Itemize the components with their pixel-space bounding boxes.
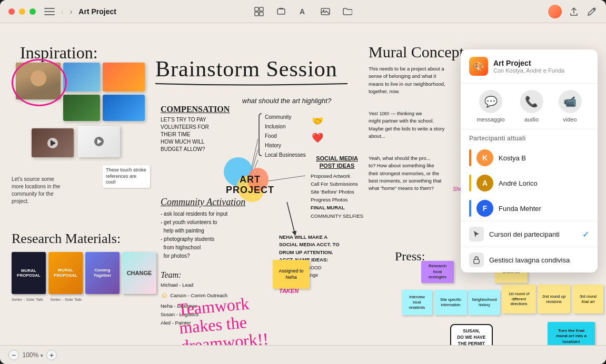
video-label: video (563, 116, 577, 123)
book-2: MURALPROPOSAL (48, 252, 83, 294)
participant-funda[interactable]: F Funda Mehter (461, 196, 598, 221)
message-icon: 💬 (479, 90, 502, 113)
sticky-site: Site specificinformation (434, 290, 467, 315)
panel-app-icon: 🎨 (469, 57, 488, 76)
svg-rect-2 (255, 12, 259, 16)
audio-action[interactable]: 📞 audio (520, 90, 543, 123)
sticky-research: Research localecologies (421, 261, 454, 283)
zoom-controls: − 100% ▾ + (8, 350, 57, 360)
titlebar: ‹ › Art Project (0, 0, 606, 23)
svg-rect-3 (260, 12, 263, 16)
inspiration-title: Inspiration: (20, 43, 98, 63)
cursors-checkmark: ✓ (582, 229, 589, 239)
panel-title: Art Project (493, 59, 564, 67)
sticky-neighborhood: Neighborhoodhistory (469, 290, 500, 315)
svg-rect-15 (474, 259, 479, 264)
funda-color-bar (469, 200, 471, 217)
svg-rect-5 (279, 8, 283, 9)
press-label: Press: (395, 249, 425, 264)
audio-icon: 📞 (520, 90, 543, 113)
social-media-section: SOCIAL MEDIAPOST IDEAS Proposed Artwork … (311, 155, 363, 220)
participant-kostya[interactable]: K Kostya B (461, 145, 598, 170)
action-buttons: 💬 messaggio 📞 audio 📹 video (461, 84, 598, 129)
kostya-color-bar (469, 149, 471, 166)
compensation-section: COMPENSATION LET'S TRY TO PAYVOLUNTEERS … (161, 105, 230, 153)
social-media-title: SOCIAL MEDIAPOST IDEAS (311, 155, 363, 170)
layers-icon[interactable] (275, 6, 287, 17)
susan-note: SUSAN,DO WE HAVETHE PERMITPAPERWORK? (450, 324, 493, 345)
message-action[interactable]: 💬 messaggio (476, 90, 504, 123)
canvas-area[interactable]: Inspiration: Thes (0, 23, 606, 345)
art-project-center: ARTPROJECT (218, 155, 282, 215)
panel-header: 🎨 Art Project Con Kostya, André e Funda (461, 49, 598, 84)
book-3: ComingTogether (85, 252, 120, 294)
edit-icon[interactable] (586, 6, 598, 17)
video-thumbnail (32, 128, 74, 157)
window-controls (8, 8, 36, 15)
participants-section-label: Partecipanti attuali (461, 129, 598, 145)
svg-rect-4 (277, 9, 285, 14)
mural-concepts-text2: Yes! 100! — thinking wemight partner wit… (369, 110, 444, 140)
folder-icon[interactable] (342, 6, 353, 17)
assigned-sticky: Assigned to Neha (273, 260, 310, 289)
photo-3 (103, 63, 145, 92)
video-thumbnail-2 (78, 126, 120, 157)
maximize-button[interactable] (29, 8, 36, 15)
research-materials-title: Research Materials: (12, 231, 121, 247)
book-change: CHANGE (122, 252, 156, 294)
teamwork-text: Teamworkmakes thedreamwork!! (177, 293, 270, 345)
funda-name: Funda Mehter (499, 205, 541, 213)
manage-option[interactable]: Gestisci lavagna condivisa (461, 247, 598, 272)
video-action[interactable]: 📹 video (559, 90, 582, 123)
statusbar: − 100% ▾ + (0, 345, 606, 364)
grid-icon[interactable] (253, 6, 265, 17)
user-avatar[interactable] (548, 5, 562, 18)
participant-andre[interactable]: A André Lorico (461, 170, 598, 196)
share-icon[interactable] (568, 6, 580, 17)
video-icon: 📹 (559, 90, 582, 113)
book-1: MURAL PROPOSAL (12, 252, 46, 294)
community-text: Let's source some more locations in the … (12, 176, 64, 205)
photo-note: These touch stroke references are cool! (103, 165, 150, 188)
text-icon[interactable]: A (297, 6, 309, 17)
cursors-label: Cursori dei partecipanti (489, 230, 560, 238)
zoom-plus-button[interactable]: + (46, 350, 57, 360)
cursors-option[interactable]: Cursori dei partecipanti ✓ (461, 221, 598, 247)
zoom-minus-button[interactable]: − (8, 350, 19, 360)
panel-subtitle: Con Kostya, André e Funda (493, 67, 564, 74)
svg-rect-1 (260, 7, 263, 11)
back-arrow[interactable]: ‹ (59, 6, 66, 17)
close-button[interactable] (8, 8, 15, 15)
sidebar-toggle[interactable] (44, 8, 55, 15)
photo-5 (103, 95, 145, 121)
highlight-question: what should the art highlight? (242, 97, 331, 105)
brainstorm-title: Brainstorm Session (155, 54, 337, 85)
audio-label: audio (524, 116, 539, 123)
book-labels: Seller - Side Talk Seller - Side Talk (12, 297, 82, 302)
sticky-interview: Interviewlocal residents (402, 290, 432, 315)
social-media-list: Proposed Artwork Call For Submissions Si… (311, 172, 363, 220)
zoom-level[interactable]: 100% ▾ (22, 351, 43, 359)
nav-arrows: ‹ › (59, 6, 74, 17)
participants-panel: 🎨 Art Project Con Kostya, André e Funda … (461, 49, 598, 272)
kostya-avatar: K (476, 149, 493, 166)
community-list: - ask local residents for input- get you… (161, 210, 245, 260)
svg-rect-0 (255, 7, 259, 11)
forward-arrow[interactable]: › (68, 6, 75, 17)
minimize-button[interactable] (19, 8, 25, 15)
team-label: Team: (161, 270, 227, 280)
manage-label: Gestisci lavagna condivisa (489, 256, 570, 264)
cursor-icon (469, 227, 484, 241)
press-section: Press: (395, 249, 425, 264)
compensation-text: LET'S TRY TO PAYVOLUNTEERS FORTHEIR TIME… (161, 116, 230, 153)
sticky-3rdround: 3rd roundfinal art (573, 285, 603, 314)
sticky-1stround: 1st round ofdifferentdirections (502, 285, 536, 314)
andre-name: André Lorico (499, 179, 538, 187)
window-title: Art Project (78, 7, 116, 16)
toolbar-right (548, 5, 598, 18)
photo-2 (63, 63, 100, 92)
image-icon[interactable] (320, 6, 331, 17)
kostya-name: Kostya B (499, 154, 526, 162)
mural-concepts-text: This needs to be a project about asense … (369, 65, 445, 95)
main-window: ‹ › Art Project (0, 0, 606, 364)
